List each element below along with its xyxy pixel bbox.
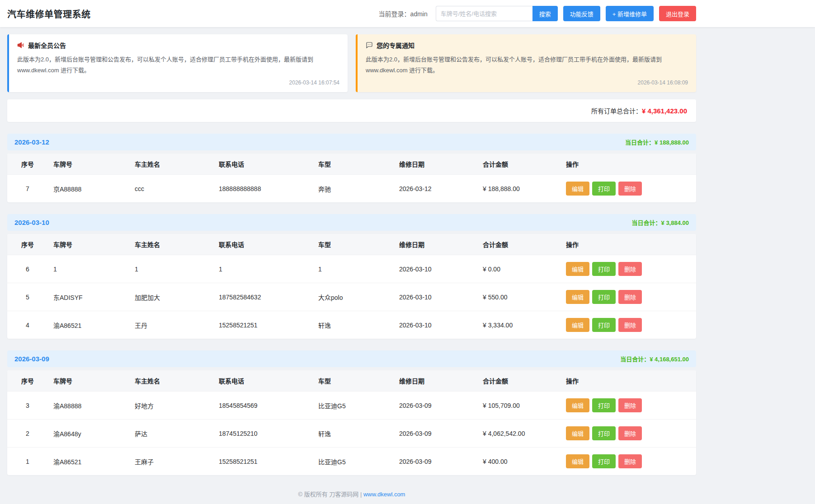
column-header: 车主姓名 (129, 154, 213, 175)
footer-copyright: © 版权所有 刀客源码网 (298, 491, 359, 498)
group-header: 2026-03-12当日合计：¥ 188,888.00 (7, 134, 696, 150)
order-day-group: 2026-03-12当日合计：¥ 188,888.00序号车牌号车主姓名联系电话… (7, 134, 696, 202)
amount-cell: ¥ 3,334.00 (477, 311, 561, 339)
repair-date-cell: 2026-03-10 (394, 255, 477, 283)
delete-button[interactable]: 删除 (618, 290, 642, 304)
edit-button[interactable]: 编辑 (566, 426, 589, 440)
column-header: 联系电话 (213, 154, 313, 175)
phone-cell: 15258521251 (213, 448, 313, 476)
table-header-row: 序号车牌号车主姓名联系电话车型维修日期合计金额操作 (7, 370, 696, 392)
personal-notice-time: 2026-03-14 16:08:09 (366, 79, 688, 86)
announcement-card: 最新全员公告 此版本为2.0，新增后台账号管理和公告发布，可以私发个人账号，适合… (7, 34, 348, 92)
amount-cell: ¥ 4,062,542.00 (477, 420, 561, 448)
repair-date-cell: 2026-03-12 (394, 175, 477, 203)
edit-button[interactable]: 编辑 (566, 454, 589, 468)
orders-table: 序号车牌号车主姓名联系电话车型维修日期合计金额操作611112026-03-10… (7, 234, 696, 339)
repair-date-cell: 2026-03-09 (394, 448, 477, 476)
edit-button[interactable]: 编辑 (566, 262, 589, 276)
footer: © 版权所有 刀客源码网 | www.dkewl.com (7, 490, 696, 498)
seq-cell: 4 (7, 311, 48, 339)
delete-button[interactable]: 删除 (618, 182, 642, 196)
print-button[interactable]: 打印 (592, 398, 616, 412)
seq-cell: 7 (7, 175, 48, 203)
model-cell: 轩逸 (313, 311, 394, 339)
announcement-body: 此版本为2.0，新增后台账号管理和公告发布，可以私发个人账号，适合修理厂员工带手… (17, 54, 339, 76)
column-header: 操作 (561, 370, 696, 392)
phone-cell: 15258521251 (213, 311, 313, 339)
amount-cell: ¥ 400.00 (477, 448, 561, 476)
delete-button[interactable]: 删除 (618, 398, 642, 412)
delete-button[interactable]: 删除 (618, 454, 642, 468)
column-header: 车牌号 (48, 234, 129, 255)
model-cell: 比亚迪G5 (313, 448, 394, 476)
actions-cell: 编辑打印删除 (561, 283, 696, 311)
personal-notice-title: 您的专属通知 (377, 41, 415, 50)
model-cell: 奔驰 (313, 175, 394, 203)
plate-cell: 渝A88888 (48, 392, 129, 420)
delete-button[interactable]: 删除 (618, 318, 642, 332)
main-content: 最新全员公告 此版本为2.0，新增后台账号管理和公告发布，可以私发个人账号，适合… (0, 34, 703, 498)
column-header: 车主姓名 (129, 234, 213, 255)
announcement-header: 最新全员公告 (17, 41, 339, 50)
edit-button[interactable]: 编辑 (566, 318, 589, 332)
plate-cell: 渝A8648y (48, 420, 129, 448)
announcement-time: 2026-03-14 16:07:54 (17, 79, 339, 86)
search-input[interactable] (436, 6, 532, 21)
plate-cell: 京A88888 (48, 175, 129, 203)
print-button[interactable]: 打印 (592, 454, 616, 468)
orders-table: 序号车牌号车主姓名联系电话车型维修日期合计金额操作3渝A88888好地方1854… (7, 370, 696, 475)
print-button[interactable]: 打印 (592, 426, 616, 440)
column-header: 联系电话 (213, 234, 313, 255)
edit-button[interactable]: 编辑 (566, 290, 589, 304)
phone-cell: 187582584632 (213, 283, 313, 311)
column-header: 车牌号 (48, 154, 129, 175)
orders-table-card: 序号车牌号车主姓名联系电话车型维修日期合计金额操作7京A88888ccc1888… (7, 154, 696, 202)
model-cell: 比亚迪G5 (313, 392, 394, 420)
amount-cell: ¥ 0.00 (477, 255, 561, 283)
topbar: 汽车维修单管理系统 当前登录：admin 搜索 功能反馈 + 新增维修单 退出登… (0, 0, 815, 27)
model-cell: 1 (313, 255, 394, 283)
column-header: 操作 (561, 154, 696, 175)
orders-table-card: 序号车牌号车主姓名联系电话车型维修日期合计金额操作3渝A88888好地方1854… (7, 370, 696, 475)
group-daily-total: 当日合计：¥ 4,168,651.00 (620, 355, 689, 363)
orders-table-card: 序号车牌号车主姓名联系电话车型维修日期合计金额操作611112026-03-10… (7, 234, 696, 339)
footer-link[interactable]: www.dkewl.com (363, 491, 405, 498)
plate-cell: 1 (48, 255, 129, 283)
repair-date-cell: 2026-03-09 (394, 392, 477, 420)
group-header: 2026-03-10当日合计：¥ 3,884.00 (7, 214, 696, 231)
column-header: 维修日期 (394, 370, 477, 392)
delete-button[interactable]: 删除 (618, 426, 642, 440)
order-row: 3渝A88888好地方18545854569比亚迪G52026-03-09¥ 1… (7, 392, 696, 420)
edit-button[interactable]: 编辑 (566, 398, 589, 412)
summary-amount: ¥ 4,361,423.00 (642, 107, 687, 115)
search-button[interactable]: 搜索 (532, 6, 558, 21)
phone-cell: 18745125210 (213, 420, 313, 448)
column-header: 车型 (313, 154, 394, 175)
seq-cell: 2 (7, 420, 48, 448)
order-row: 611112026-03-10¥ 0.00编辑打印删除 (7, 255, 696, 283)
summary-label: 所有订单总合计： (591, 107, 642, 115)
logout-button[interactable]: 退出登录 (659, 6, 696, 21)
login-label: 当前登录： (379, 10, 410, 18)
print-button[interactable]: 打印 (592, 182, 616, 196)
seq-cell: 1 (7, 448, 48, 476)
column-header: 合计金额 (477, 154, 561, 175)
print-button[interactable]: 打印 (592, 262, 616, 276)
group-daily-total: 当日合计：¥ 3,884.00 (632, 218, 689, 227)
feedback-button[interactable]: 功能反馈 (563, 6, 600, 21)
delete-button[interactable]: 删除 (618, 262, 642, 276)
amount-cell: ¥ 105,709.00 (477, 392, 561, 420)
owner-cell: 加肥加大 (129, 283, 213, 311)
column-header: 操作 (561, 234, 696, 255)
amount-cell: ¥ 188,888.00 (477, 175, 561, 203)
column-header: 序号 (7, 234, 48, 255)
personal-notice-card: 您的专属通知 此版本为2.0，新增后台账号管理和公告发布，可以私发个人账号，适合… (356, 34, 696, 92)
edit-button[interactable]: 编辑 (566, 182, 589, 196)
print-button[interactable]: 打印 (592, 318, 616, 332)
add-repair-order-button[interactable]: + 新增维修单 (606, 6, 654, 21)
phone-cell: 18545854569 (213, 392, 313, 420)
order-row: 2渝A8648y萨达18745125210轩逸2026-03-09¥ 4,062… (7, 420, 696, 448)
print-button[interactable]: 打印 (592, 290, 616, 304)
order-row: 7京A88888ccc188888888888奔驰2026-03-12¥ 188… (7, 175, 696, 203)
column-header: 合计金额 (477, 370, 561, 392)
